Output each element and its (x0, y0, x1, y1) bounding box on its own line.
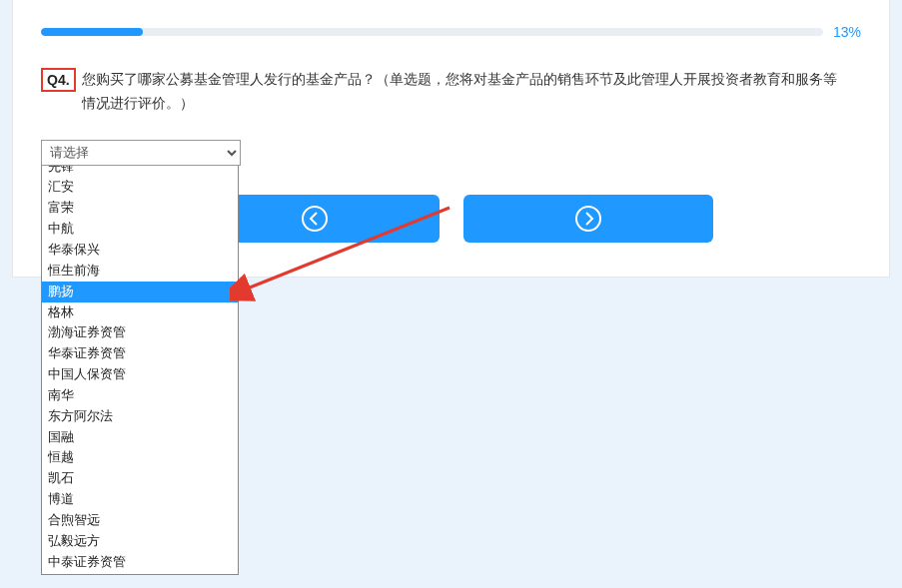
dropdown-option[interactable]: 南华 (42, 385, 238, 406)
dropdown-option[interactable]: 先锋 (42, 166, 238, 178)
dropdown-option[interactable]: 鹏扬 (42, 282, 238, 302)
dropdown-option[interactable]: 中庚 (42, 572, 238, 574)
select-wrapper: 请选择 先锋 汇安富荣中航华泰保兴恒生前海鹏扬格林渤海证券资管华泰证券资管中国人… (41, 140, 241, 166)
dropdown-option[interactable]: 中泰证券资管 (42, 552, 238, 573)
dropdown-option[interactable]: 博道 (42, 489, 238, 510)
dropdown-option[interactable]: 中国人保资管 (42, 364, 238, 385)
arrow-right-icon (574, 205, 602, 233)
dropdown-option[interactable]: 凯石 (42, 468, 238, 489)
dropdown-option[interactable]: 合煦智远 (42, 510, 238, 531)
survey-card: 13% Q4. 您购买了哪家公募基金管理人发行的基金产品？（单选题，您将对基金产… (12, 0, 890, 278)
dropdown-list[interactable]: 先锋 汇安富荣中航华泰保兴恒生前海鹏扬格林渤海证券资管华泰证券资管中国人保资管南… (41, 166, 239, 575)
progress-row: 13% (41, 24, 861, 40)
dropdown-option[interactable]: 弘毅远方 (42, 531, 238, 552)
question-number: Q4. (41, 68, 76, 92)
dropdown-option[interactable]: 华泰证券资管 (42, 343, 238, 364)
question-block: Q4. 您购买了哪家公募基金管理人发行的基金产品？（单选题，您将对基金产品的销售… (41, 68, 861, 116)
dropdown-option[interactable]: 恒生前海 (42, 261, 238, 282)
arrow-left-icon (301, 205, 329, 233)
dropdown-option[interactable]: 恒越 (42, 447, 238, 468)
svg-point-1 (576, 207, 600, 231)
fund-manager-select[interactable]: 请选择 (41, 140, 241, 166)
dropdown-option[interactable]: 中航 (42, 219, 238, 240)
progress-bar (41, 28, 823, 36)
dropdown-option[interactable]: 汇安 (42, 177, 238, 198)
dropdown-option[interactable]: 华泰保兴 (42, 240, 238, 261)
progress-percent: 13% (833, 24, 861, 40)
svg-point-0 (303, 207, 327, 231)
question-text: 您购买了哪家公募基金管理人发行的基金产品？（单选题，您将对基金产品的销售环节及此… (82, 68, 841, 116)
dropdown-option[interactable]: 渤海证券资管 (42, 322, 238, 343)
dropdown-option[interactable]: 格林 (42, 302, 238, 323)
dropdown-option[interactable]: 富荣 (42, 198, 238, 219)
dropdown-option[interactable]: 国融 (42, 427, 238, 448)
dropdown-option[interactable]: 东方阿尔法 (42, 406, 238, 427)
progress-fill (41, 28, 143, 36)
next-button[interactable] (463, 195, 713, 243)
